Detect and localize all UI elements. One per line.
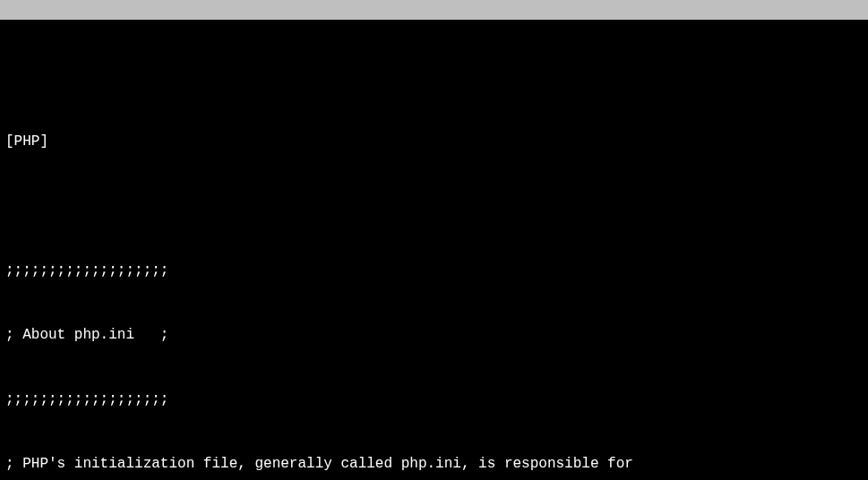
editor-content[interactable]: [PHP] ;;;;;;;;;;;;;;;;;;; ; About php.in… <box>0 20 868 480</box>
app-name: GNU nano 2.3.1 <box>7 39 145 59</box>
file-line <box>5 66 863 88</box>
file-label: File: /usr/local/php/php.ini <box>382 39 623 59</box>
editor-titlebar: GNU nano 2.3.1 File: /usr/local/php/php.… <box>0 0 868 20</box>
file-line: ;;;;;;;;;;;;;;;;;;; <box>5 260 863 281</box>
titlebar-spacer-left <box>145 39 382 59</box>
file-line: ;;;;;;;;;;;;;;;;;;; <box>5 389 863 410</box>
titlebar-spacer-right <box>623 39 861 59</box>
file-line <box>5 195 863 217</box>
titlebar-inner: GNU nano 2.3.1 File: /usr/local/php/php.… <box>7 39 861 59</box>
file-line: ; About php.ini ; <box>5 324 863 346</box>
file-line: ; PHP's initialization file, generally c… <box>5 453 863 475</box>
file-line: [PHP] <box>5 131 863 152</box>
